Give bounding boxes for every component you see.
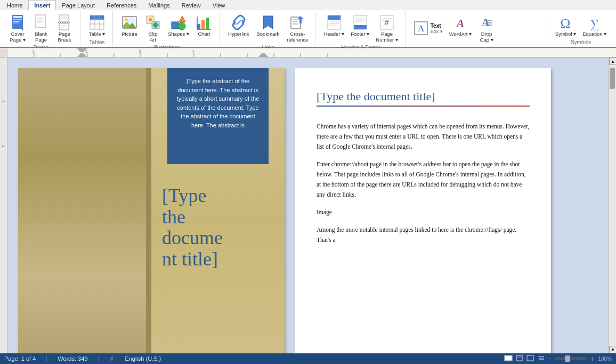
clip-art-label: ClipArt [149, 31, 157, 43]
cover-page-button[interactable]: CoverPage ▾ [6, 12, 29, 45]
symbol-icon: Ω [557, 14, 574, 31]
cover-page-icon [9, 14, 26, 31]
svg-rect-46 [328, 15, 341, 20]
picture-button[interactable]: Picture [118, 12, 141, 38]
cover-page-label: CoverPage ▾ [10, 31, 26, 43]
status-right: − + 100% [504, 354, 612, 363]
tables-group-items: Table ▾ [86, 11, 108, 39]
chart-button[interactable]: Chart [193, 12, 215, 38]
svg-text:4: 4 [192, 49, 194, 54]
svg-text:1: 1 [32, 49, 35, 54]
svg-marker-40 [263, 16, 273, 29]
svg-text:A: A [456, 17, 465, 29]
spell-check-icon[interactable]: ✗ [109, 355, 114, 362]
paragraph-3[interactable]: Among the more notable internal pages li… [317, 225, 530, 245]
equation-label: Equation ▾ [582, 31, 606, 37]
header-label: Header ▾ [323, 31, 344, 37]
view-print-layout[interactable] [504, 355, 513, 362]
scrollbar-thumb[interactable] [610, 68, 615, 89]
document-title[interactable]: [Type the document title] [317, 90, 530, 103]
ribbon-group-text: A Text Box ▾ A [407, 11, 547, 46]
scrollbar-track[interactable] [609, 65, 616, 346]
left-page-inner: [Type the abstract of the document here.… [18, 68, 285, 353]
text-box-button[interactable]: A Text Box ▾ [411, 12, 445, 45]
language[interactable]: English (U.S.) [125, 355, 161, 362]
text-box-label: Text [431, 23, 443, 29]
scroll-down-button[interactable]: ▼ [609, 346, 616, 353]
view-web[interactable] [526, 355, 534, 362]
symbols-group-label: Symbols [571, 39, 591, 45]
word-count: Words: 349 [58, 355, 87, 362]
ribbon-group-tables: Table ▾ Tables [82, 11, 113, 46]
svg-marker-91 [77, 53, 87, 57]
ruler: 1 2 3 4 [0, 48, 616, 58]
header-icon [326, 14, 343, 31]
tab-mailings[interactable]: Mailings [142, 0, 175, 10]
svg-rect-36 [206, 18, 209, 29]
tab-references[interactable]: References [101, 0, 142, 10]
links-group-items: Hyperlink Bookmark [225, 11, 311, 45]
zoom-out-button[interactable]: − [548, 354, 552, 363]
tab-view[interactable]: View [207, 0, 231, 10]
footer-icon [352, 14, 369, 31]
shapes-button[interactable]: Shapes ▾ [165, 12, 192, 38]
ribbon-group-links: Hyperlink Bookmark [221, 11, 316, 46]
symbol-button[interactable]: Ω Symbol ▾ [553, 12, 579, 38]
blank-page-button[interactable]: BlankPage [30, 12, 52, 45]
tab-page-layout[interactable]: Page Layout [56, 0, 101, 10]
right-page-content: [Type the document title] Chrome has a v… [317, 90, 530, 245]
page-number-button[interactable]: # PageNumber ▾ [373, 12, 400, 45]
table-button[interactable]: Table ▾ [86, 12, 108, 38]
bookmark-button[interactable]: Bookmark [253, 12, 283, 38]
svg-rect-96 [527, 355, 533, 361]
wordart-button[interactable]: A WordArt ▾ [447, 12, 474, 45]
zoom-in-button[interactable]: + [590, 354, 595, 363]
footer-button[interactable]: Footer ▾ [348, 12, 372, 38]
tab-insert[interactable]: Insert [28, 0, 56, 10]
ribbon-group-pages: CoverPage ▾ BlankPage [2, 11, 80, 46]
status-bar: Page: 1 of 4 Words: 349 ✗ English (U.S.)… [0, 353, 616, 364]
symbol-label: Symbol ▾ [555, 31, 576, 37]
document-area: [Type the abstract of the document here.… [7, 58, 609, 353]
wordart-label: WordArt ▾ [449, 31, 472, 37]
hyperlink-label: Hyperlink [228, 31, 249, 37]
left-page-title[interactable]: [Typethedocument title] [162, 185, 223, 270]
cross-reference-icon [289, 14, 306, 31]
table-label: Table ▾ [89, 31, 105, 37]
paragraph-1[interactable]: Chrome has a variety of internal pages w… [317, 122, 530, 152]
page-break-button[interactable]: PageBreak [53, 12, 76, 45]
svg-rect-51 [354, 25, 367, 29]
equation-button[interactable]: ∑ Equation ▾ [580, 12, 609, 38]
zoom-thumb[interactable] [565, 355, 570, 362]
page-number-icon: # [378, 14, 395, 31]
scroll-up-button[interactable]: ▲ [609, 58, 616, 65]
cross-reference-button[interactable]: Cross-reference [284, 12, 311, 45]
svg-point-33 [178, 22, 185, 30]
svg-rect-3 [13, 21, 20, 22]
footer-label: Footer ▾ [351, 31, 369, 37]
ribbon-body: CoverPage ▾ BlankPage [0, 10, 616, 48]
chart-label: Chart [198, 31, 210, 37]
hyperlink-button[interactable]: Hyperlink [225, 12, 252, 38]
vertical-scrollbar[interactable]: ▲ ▼ [609, 58, 616, 353]
svg-rect-2 [13, 19, 22, 20]
tab-home[interactable]: Home [1, 0, 28, 10]
clip-art-button[interactable]: ClipArt [142, 12, 164, 45]
svg-rect-31 [172, 22, 179, 29]
blank-page-icon [33, 14, 50, 31]
view-full-screen[interactable] [516, 355, 523, 362]
svg-rect-34 [197, 24, 200, 29]
svg-text:A: A [482, 17, 490, 28]
zoom-slider[interactable] [555, 357, 587, 360]
ribbon: Home Insert Page Layout References Maili… [0, 0, 616, 48]
drop-cap-button[interactable]: A DropCap ▾ [475, 12, 498, 45]
table-icon [88, 14, 106, 31]
bookmark-icon [260, 14, 277, 31]
paragraph-2[interactable]: Enter chrome://about page in the browser… [317, 159, 530, 200]
header-button[interactable]: Header ▾ [321, 12, 347, 38]
chart-icon [196, 14, 213, 31]
svg-point-29 [149, 18, 152, 21]
drop-cap-icon: A [478, 14, 495, 31]
view-outline[interactable] [537, 355, 545, 362]
tab-review[interactable]: Review [176, 0, 207, 10]
